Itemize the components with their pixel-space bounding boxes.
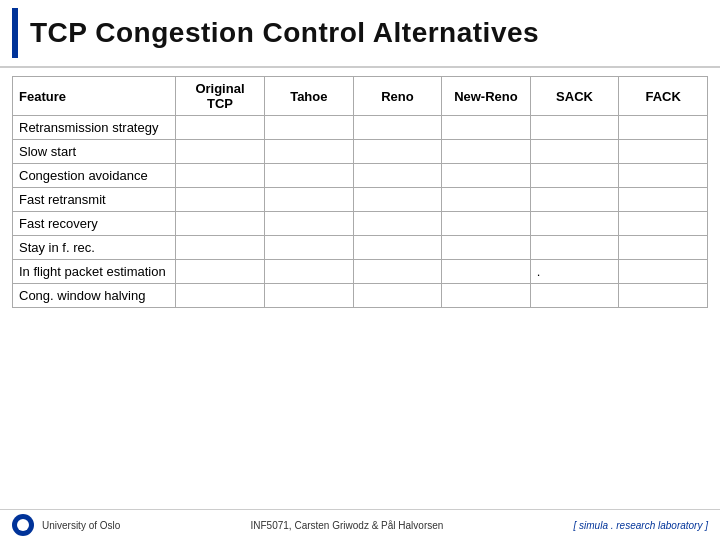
table-row: Fast retransmit [13, 188, 708, 212]
feature-cell: Fast retransmit [13, 188, 176, 212]
data-cell [264, 188, 353, 212]
table-row: Slow start [13, 140, 708, 164]
data-cell [175, 236, 264, 260]
university-name: University of Oslo [42, 520, 120, 531]
data-cell [442, 116, 531, 140]
data-cell [264, 260, 353, 284]
col-header-fack: FACK [619, 77, 708, 116]
feature-cell: Retransmission strategy [13, 116, 176, 140]
data-cell [175, 116, 264, 140]
feature-cell: In flight packet estimation [13, 260, 176, 284]
data-cell [175, 260, 264, 284]
data-cell [353, 116, 442, 140]
feature-cell: Congestion avoidance [13, 164, 176, 188]
data-cell [619, 212, 708, 236]
data-cell [264, 212, 353, 236]
table-row: Fast recovery [13, 212, 708, 236]
data-cell [353, 188, 442, 212]
header: TCP Congestion Control Alternatives [0, 0, 720, 68]
data-cell: . [530, 260, 619, 284]
table-row: Cong. window halving [13, 284, 708, 308]
data-cell [264, 236, 353, 260]
table-row: Retransmission strategy [13, 116, 708, 140]
comparison-table: Feature Original TCP Tahoe Reno New-Reno… [12, 76, 708, 308]
data-cell [175, 212, 264, 236]
table-row: Congestion avoidance [13, 164, 708, 188]
data-cell [442, 212, 531, 236]
footer: University of Oslo INF5071, Carsten Griw… [0, 509, 720, 540]
header-accent-bar [12, 8, 18, 58]
table-row: Stay in f. rec. [13, 236, 708, 260]
data-cell [353, 236, 442, 260]
data-cell [619, 284, 708, 308]
data-cell [175, 164, 264, 188]
feature-cell: Cong. window halving [13, 284, 176, 308]
data-cell [530, 116, 619, 140]
data-cell [264, 284, 353, 308]
feature-cell: Fast recovery [13, 212, 176, 236]
data-cell [353, 260, 442, 284]
university-logo-inner [17, 519, 29, 531]
data-cell [530, 164, 619, 188]
table-row: In flight packet estimation. [13, 260, 708, 284]
col-header-new-reno: New-Reno [442, 77, 531, 116]
data-cell [619, 140, 708, 164]
data-cell [175, 188, 264, 212]
data-cell [442, 260, 531, 284]
data-cell [353, 284, 442, 308]
data-cell [619, 236, 708, 260]
footer-lab: [ simula . research laboratory ] [574, 520, 709, 531]
data-cell [530, 236, 619, 260]
feature-col-header: Feature [13, 77, 176, 116]
data-cell [175, 284, 264, 308]
data-cell [175, 140, 264, 164]
page-title: TCP Congestion Control Alternatives [30, 17, 539, 49]
data-cell [619, 260, 708, 284]
data-cell [264, 116, 353, 140]
data-cell [530, 284, 619, 308]
data-cell [619, 188, 708, 212]
data-cell [530, 140, 619, 164]
col-header-reno: Reno [353, 77, 442, 116]
data-cell [442, 164, 531, 188]
data-cell [442, 284, 531, 308]
table-header-row: Feature Original TCP Tahoe Reno New-Reno… [13, 77, 708, 116]
page-wrapper: TCP Congestion Control Alternatives Feat… [0, 0, 720, 540]
footer-left: University of Oslo [12, 514, 120, 536]
col-header-tahoe: Tahoe [264, 77, 353, 116]
data-cell [442, 236, 531, 260]
data-cell [442, 140, 531, 164]
data-cell [619, 164, 708, 188]
col-header-original-tcp: Original TCP [175, 77, 264, 116]
data-cell [353, 140, 442, 164]
table-body: Retransmission strategySlow startCongest… [13, 116, 708, 308]
data-cell [530, 188, 619, 212]
data-cell [264, 164, 353, 188]
data-cell [442, 188, 531, 212]
footer-course: INF5071, Carsten Griwodz & Pål Halvorsen [251, 520, 444, 531]
main-content: Feature Original TCP Tahoe Reno New-Reno… [0, 68, 720, 509]
data-cell [353, 164, 442, 188]
university-logo [12, 514, 34, 536]
data-cell [530, 212, 619, 236]
data-cell [619, 116, 708, 140]
col-header-sack: SACK [530, 77, 619, 116]
feature-cell: Slow start [13, 140, 176, 164]
feature-cell: Stay in f. rec. [13, 236, 176, 260]
data-cell [264, 140, 353, 164]
data-cell [353, 212, 442, 236]
